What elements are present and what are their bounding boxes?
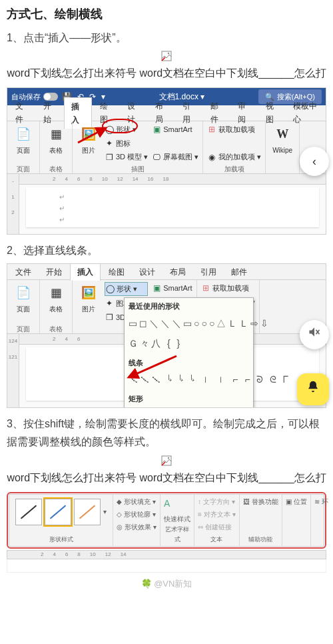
shapes-icon: ◯ [105, 125, 114, 134]
screenshot-1-word-insert-shapes: 自动保存 💾 ↶ ↷ ▾ 文档1.docx ▾ 🔍 搜索(Alt+Q) 文件 开… [7, 87, 326, 235]
screenshot-3-highlight: ▾ 形状样式 ◆ 形状填充 ▾ ◇ 形状轮廓 ▾ ◎ 形状效果 ▾ A 快速样式… [7, 492, 326, 549]
page-icon: 📄 [14, 283, 33, 302]
screenshot-icon: 🖵 [152, 153, 161, 162]
tab-home[interactable]: 开始 [39, 263, 69, 281]
image-icon: 🖼️ [79, 283, 98, 302]
quick-style-button[interactable]: A [164, 496, 190, 512]
shapes-recent-row1[interactable]: ▭◻＼＼＼▭○○○△ＬＬ⇨⇩ [125, 315, 253, 335]
step-2-text: 2、选择直线线条。 [7, 241, 326, 259]
get-addins-button[interactable]: ⊞获取加载项 [201, 282, 255, 295]
word-tabs-2: 文件 开始 插入 绘图 设计 布局 引用 邮件 [7, 264, 326, 280]
word-tabs: 文件 开始 插入 绘图 设计 布局 引用 邮件 审阅 视图 模板中心 [7, 105, 326, 121]
section-heading: 方式七、绘制横线 [7, 4, 326, 25]
screenshot-2-shapes-dropdown: 文件 开始 插入 绘图 设计 布局 引用 邮件 📄 页面 页面 [7, 263, 326, 408]
svg-point-1 [168, 53, 169, 54]
chevron-left-icon: ‹ [312, 151, 316, 172]
table-icon: ▦ [47, 125, 65, 143]
shapes-button[interactable]: ◯形状▾ [105, 123, 148, 136]
table-icon: ▦ [47, 283, 65, 302]
pages-button[interactable]: 📄 页面 [11, 123, 35, 157]
ruler-3: 2468101214 [7, 550, 326, 559]
svg-point-6 [168, 457, 169, 458]
ribbon-insert: 📄 页面 页面 ▦ 表格 表格 🖼️ [7, 121, 326, 174]
back-button[interactable]: ‹ [300, 147, 329, 176]
pages-button[interactable]: 📄 页面 [11, 282, 35, 316]
alt-text-button[interactable]: 🖼替换功能 [243, 496, 278, 507]
broken-image-icon [161, 51, 172, 61]
bell-icon [306, 379, 320, 400]
broken-image-icon [161, 455, 172, 466]
text-direction-button: ↕ 文字方向 ▾ [198, 496, 236, 507]
gallery-more-icon[interactable]: ▾ [103, 506, 107, 517]
vertical-ruler: -12 [7, 174, 19, 234]
shape-effects-button[interactable]: ◎ 形状效果 ▾ [117, 521, 157, 533]
smartart-icon: ▣ [152, 125, 161, 134]
tab-draw[interactable]: 绘图 [102, 263, 131, 281]
position-button[interactable]: ▣位置 [286, 496, 307, 507]
table-button[interactable]: ▦ 表格 [44, 282, 68, 316]
tab-insert[interactable]: 插入 [70, 263, 101, 281]
image-button[interactable]: 🖼️ 图片 [77, 123, 101, 157]
screenshot-button[interactable]: 🖵屏幕截图▾ [152, 151, 198, 163]
page-icon: 📄 [14, 125, 33, 143]
table-button[interactable]: ▦ 表格 [44, 123, 68, 157]
get-addins-button[interactable]: ⊞获取加载项 [207, 123, 261, 136]
style-thumb-3[interactable] [74, 499, 101, 525]
notification-bell-button[interactable] [297, 373, 329, 405]
shape-fill-button[interactable]: ◆ 形状填充 ▾ [117, 496, 157, 507]
document-page[interactable]: ↵↵↵ [26, 187, 319, 227]
step-3-text: 3、按住shift键，绘制需要长度的横线即可。绘制完成之后，可以根据需要调整横线… [7, 415, 326, 451]
toggle-off-icon[interactable] [43, 93, 58, 101]
tab-design[interactable]: 设计 [133, 263, 162, 281]
shapes-icon: ◯ [105, 285, 115, 294]
floating-controls: ‹ [300, 147, 329, 176]
shapes-dropdown-panel[interactable]: 最近使用的形状 ▭◻＼＼＼▭○○○△ＬＬ⇨⇩ Ｇ々八 { } 线条 ＼＼＼ ↳ … [124, 297, 254, 408]
shapes-button-open[interactable]: ◯形状▾ [105, 282, 148, 296]
icons-icon: ✦ [105, 139, 114, 148]
tab-ref[interactable]: 引用 [194, 263, 223, 281]
smartart-button[interactable]: ▣SmartArt [152, 282, 192, 295]
tab-layout[interactable]: 布局 [163, 263, 192, 281]
caption-text: word下划线怎么打出来符号 word文档在空白中下划线______怎么打 [7, 64, 326, 82]
addin-icon: ◉ [207, 153, 216, 162]
align-text-button: ≡ 对齐文本 ▾ [198, 509, 236, 520]
icons-button[interactable]: ✦图标 [105, 137, 148, 150]
image-button[interactable]: 🖼️ 图片 [77, 282, 101, 316]
shapes-recent-row2[interactable]: Ｇ々八 { } [125, 335, 253, 355]
my-addins-button[interactable]: ◉我的加载项▾ [207, 151, 261, 163]
shape-style-gallery[interactable]: ▾ [13, 496, 109, 528]
caption-text: word下划线怎么打出来符号 word文档在空白中下划线______怎么打 [7, 469, 326, 487]
3dmodel-button[interactable]: ❒3D 模型▾ [105, 151, 148, 163]
shapes-lines-row[interactable]: ＼＼＼ ↳ ↳ ↳ ꒐ ꒐ ⌐ ⌐ ᘐ ᘓ ᒥ [125, 371, 253, 391]
tab-mail[interactable]: 邮件 [224, 263, 254, 281]
step-1-text: 1、点击“插入——形状”。 [7, 29, 326, 47]
shapes-recent-title: 最近使用的形状 [125, 298, 253, 315]
tab-file[interactable]: 文件 [9, 263, 38, 281]
mute-button[interactable] [300, 320, 329, 349]
wikipedia-button[interactable]: W Wikipe [270, 123, 295, 157]
create-link-button: ⇔ 创建链接 [198, 521, 236, 533]
smartart-button[interactable]: ▣SmartArt [152, 123, 198, 136]
store-icon: ⊞ [207, 125, 216, 134]
wikipedia-icon: W [273, 125, 292, 143]
broken-image-caption-1: word下划线怎么打出来符号 word文档在空白中下划线______怎么打 [7, 51, 326, 82]
horizontal-ruler: 24681012141618 [19, 174, 326, 185]
image-icon: 🖼️ [79, 125, 98, 143]
attribution-text: 🍀 @VN新知 [7, 577, 326, 591]
cube-icon: ❒ [105, 153, 114, 162]
shapes-rect-title: 矩形 [125, 391, 253, 407]
broken-image-caption-2: word下划线怎么打出来符号 word文档在空白中下划线______怎么打 [7, 455, 326, 487]
shapes-lines-title: 线条 [125, 355, 253, 371]
shape-outline-button[interactable]: ◇ 形状轮廓 ▾ [117, 509, 157, 520]
shapes-rect-row[interactable]: ▭▭▭▭▭▭▭▭▭ [125, 407, 253, 409]
mute-icon [308, 325, 321, 345]
wrap-button[interactable]: ≋环 [314, 496, 328, 507]
screenshot-3-shape-format-ribbon: ▾ 形状样式 ◆ 形状填充 ▾ ◇ 形状轮廓 ▾ ◎ 形状效果 ▾ A 快速样式… [9, 494, 324, 547]
style-thumb-1[interactable] [15, 499, 42, 525]
style-thumb-2-selected[interactable] [45, 499, 71, 525]
